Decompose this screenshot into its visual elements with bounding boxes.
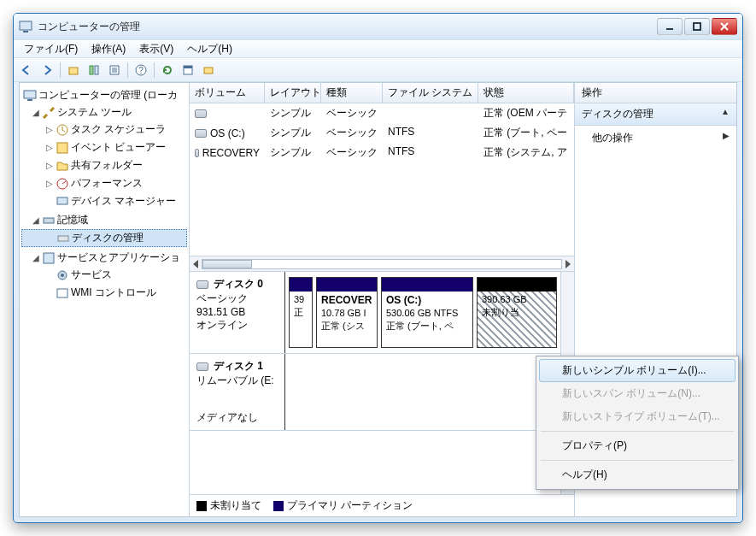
partition-bar: [382, 278, 472, 292]
back-button[interactable]: [17, 61, 36, 80]
legend-swatch-primary: [273, 501, 284, 511]
tree-system-tools[interactable]: ◢システム ツール: [21, 104, 187, 121]
tree-label: コンピューターの管理 (ローカ: [38, 88, 178, 103]
context-menu-separator: [541, 460, 734, 461]
col-status[interactable]: 状態: [478, 83, 574, 103]
show-hide-tree-button[interactable]: [85, 61, 103, 80]
tree-disk-management[interactable]: ディスクの管理: [21, 229, 187, 247]
gear-icon: [56, 268, 69, 282]
tree-root[interactable]: コンピューターの管理 (ローカ: [21, 87, 187, 103]
disk-graphical-view: ディスク 0 ベーシック 931.51 GB オンライン 39正 RECOVER…: [190, 271, 574, 494]
disk-title: ディスク 0: [214, 277, 263, 292]
maximize-button[interactable]: [684, 18, 710, 35]
app-icon: [19, 20, 32, 33]
forward-button[interactable]: [38, 61, 56, 80]
expand-icon[interactable]: ▷: [45, 125, 54, 134]
volume-row[interactable]: RECOVERY シンプル ベーシック NTFS 正常 (システム, ア: [190, 143, 574, 162]
volume-status: 正常 (ブート, ペー: [478, 124, 574, 142]
partition[interactable]: 39正: [289, 277, 313, 348]
ctx-help[interactable]: ヘルプ(H): [539, 463, 735, 486]
svg-rect-5: [90, 66, 93, 74]
chevron-up-icon: ▲: [721, 107, 730, 121]
partition[interactable]: OS (C:)530.06 GB NTFS正常 (ブート, ペ: [381, 277, 473, 348]
ctx-properties[interactable]: プロパティ(P): [539, 434, 735, 457]
volume-row[interactable]: OS (C:) シンプル ベーシック NTFS 正常 (ブート, ペー: [190, 123, 574, 143]
refresh-button[interactable]: [158, 61, 177, 80]
actions-more[interactable]: 他の操作▶: [575, 126, 736, 150]
settings-button[interactable]: [199, 61, 218, 80]
actions-section[interactable]: ディスクの管理▲: [575, 103, 736, 126]
scroll-left-icon[interactable]: [193, 260, 198, 268]
volume-fs: NTFS: [383, 144, 478, 162]
tree-label: システム ツール: [57, 105, 132, 120]
minimize-button[interactable]: [657, 18, 683, 35]
col-filesystem[interactable]: ファイル システム: [383, 83, 478, 103]
help-button[interactable]: ?: [132, 61, 150, 80]
scroll-right-icon[interactable]: [566, 260, 571, 268]
tree-storage[interactable]: ◢記憶域: [21, 212, 187, 228]
col-volume[interactable]: ボリューム: [190, 83, 265, 103]
partition-status: 正常 (ブート, ペ: [386, 320, 468, 333]
actions-more-label: 他の操作: [592, 131, 633, 145]
ctx-new-simple-volume[interactable]: 新しいシンプル ボリューム(I)...: [539, 359, 735, 382]
scroll-thumb[interactable]: [202, 259, 562, 269]
up-button[interactable]: [64, 61, 83, 80]
volume-fs: [383, 104, 478, 122]
menu-view[interactable]: 表示(V): [132, 40, 180, 57]
expand-icon[interactable]: ▷: [45, 179, 54, 188]
volume-layout: シンプル: [265, 104, 321, 122]
expand-icon[interactable]: ◢: [32, 253, 40, 262]
expand-icon[interactable]: ◢: [32, 108, 40, 117]
col-layout[interactable]: レイアウト: [265, 83, 321, 103]
volume-list-header: ボリューム レイアウト 種類 ファイル システム 状態: [190, 83, 574, 103]
col-type[interactable]: 種類: [321, 83, 383, 103]
tree-label: イベント ビューアー: [71, 140, 166, 155]
partition-size: 390.63 GB: [482, 293, 552, 306]
tree-services[interactable]: サービス: [21, 267, 187, 283]
tree-label: サービス: [71, 268, 112, 282]
properties-button[interactable]: [179, 61, 197, 80]
legend-primary: プライマリ パーティション: [287, 499, 413, 511]
partition-bar: [290, 278, 312, 292]
services-apps-icon: [42, 251, 56, 265]
svg-rect-14: [27, 99, 32, 101]
tree-shared-folders[interactable]: ▷共有フォルダー: [21, 157, 187, 174]
export-list-button[interactable]: [105, 61, 124, 80]
disk-label[interactable]: ディスク 0 ベーシック 931.51 GB オンライン: [190, 272, 285, 353]
volume-layout: シンプル: [265, 124, 321, 142]
actions-section-label: ディスクの管理: [582, 107, 653, 121]
volume-name: OS (C:): [210, 127, 245, 139]
tree-label: パフォーマンス: [71, 176, 143, 191]
close-button[interactable]: [712, 18, 737, 35]
menu-bar: ファイル(F) 操作(A) 表示(V) ヘルプ(H): [14, 39, 742, 58]
svg-rect-16: [57, 143, 67, 153]
disk-kind: リムーバブル (E:: [196, 374, 278, 388]
title-bar[interactable]: コンピューターの管理: [14, 14, 742, 39]
tree-device-manager[interactable]: デバイス マネージャー: [21, 193, 187, 209]
partition-unallocated[interactable]: 390.63 GB未割り当: [477, 277, 557, 348]
tree-performance[interactable]: ▷パフォーマンス: [21, 175, 187, 191]
tree-pane[interactable]: コンピューターの管理 (ローカ ◢システム ツール ▷タスク スケジューラ ▷イ…: [20, 83, 190, 516]
menu-file[interactable]: ファイル(F): [17, 40, 85, 57]
expand-icon[interactable]: ▷: [45, 143, 54, 152]
svg-rect-4: [69, 68, 78, 74]
disk-row[interactable]: ディスク 1 リムーバブル (E: メディアなし: [190, 354, 560, 431]
expand-icon[interactable]: ▷: [45, 161, 54, 170]
menu-action[interactable]: 操作(A): [85, 40, 132, 57]
disk-row[interactable]: ディスク 0 ベーシック 931.51 GB オンライン 39正 RECOVER…: [190, 272, 560, 354]
menu-help[interactable]: ヘルプ(H): [180, 40, 239, 57]
volume-row[interactable]: シンプル ベーシック 正常 (OEM パーテ: [190, 103, 574, 123]
disk-icon: [196, 362, 208, 371]
disk-icon: [56, 232, 70, 245]
tree-task-scheduler[interactable]: ▷タスク スケジューラ: [21, 121, 187, 138]
actions-header: 操作: [575, 83, 736, 103]
volume-list[interactable]: シンプル ベーシック 正常 (OEM パーテ OS (C:) シンプル ベーシッ…: [190, 103, 574, 256]
tree-services-apps[interactable]: ◢サービスとアプリケーショ: [21, 250, 187, 266]
tree-event-viewer[interactable]: ▷イベント ビューアー: [21, 139, 187, 156]
tree-label: 記憶域: [57, 213, 88, 227]
partition[interactable]: RECOVER10.78 GB I正常 (シス: [316, 277, 378, 348]
context-menu: 新しいシンプル ボリューム(I)... 新しいスパン ボリューム(N)... 新…: [536, 356, 739, 490]
expand-icon[interactable]: ◢: [32, 215, 40, 225]
horizontal-scrollbar[interactable]: [190, 256, 574, 271]
tree-wmi-control[interactable]: WMI コントロール: [21, 285, 187, 301]
